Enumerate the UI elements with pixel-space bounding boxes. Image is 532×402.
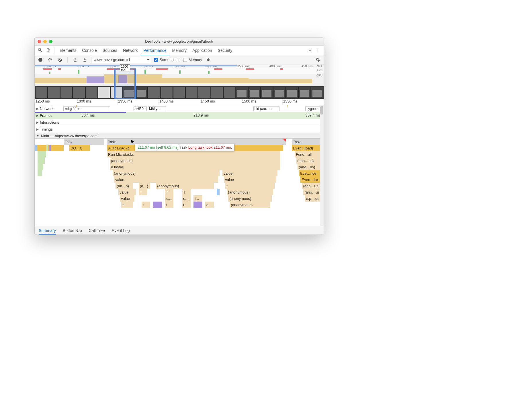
footer-event-log[interactable]: Event Log xyxy=(112,226,130,235)
settings-icon[interactable] xyxy=(314,56,321,63)
tab-console[interactable]: Console xyxy=(79,46,99,55)
flame-anonymous[interactable]: (anonymous) xyxy=(113,170,220,176)
flame-block[interactable]: t xyxy=(142,202,150,208)
selection-handle-left[interactable] xyxy=(114,68,116,99)
flame-anonymous[interactable]: (anonymous) xyxy=(156,183,214,189)
flame-anonymous[interactable]: (ano…us) xyxy=(302,183,321,189)
flame-anonymous[interactable]: (anonymous) xyxy=(228,195,271,202)
svg-rect-0 xyxy=(39,49,41,51)
timings-lane[interactable]: ▶Timings xyxy=(35,126,324,133)
timeline-lanes[interactable]: ▶Network xel.gif (px… aHR0c M6Ly… bid (a… xyxy=(35,105,324,226)
screenshots-toggle[interactable]: Screenshots xyxy=(154,58,180,62)
flame-anonymous[interactable]: (ano…us) xyxy=(303,189,320,195)
flame-value[interactable]: value xyxy=(114,176,218,183)
flame-block[interactable]: (an…s) xyxy=(116,183,133,189)
flame-value[interactable]: value xyxy=(222,170,277,176)
flame-chart[interactable]: Task Task Task DO…C XHR Load (c Event (l… xyxy=(35,139,324,210)
tab-performance[interactable]: Performance xyxy=(140,46,169,55)
trash-icon[interactable] xyxy=(205,56,212,63)
inspect-icon[interactable] xyxy=(37,47,44,54)
overflow-icon[interactable]: » xyxy=(306,47,313,54)
flame-block[interactable]: s… xyxy=(182,195,191,202)
flame-block[interactable]: t xyxy=(225,183,274,189)
flame-event[interactable]: Even…ire xyxy=(300,176,321,183)
vertical-scrollbar[interactable] xyxy=(320,105,324,226)
overview-selection[interactable]: 1500 ms xyxy=(114,68,136,99)
overview-selection-label: 1500 ms xyxy=(120,64,130,72)
network-item[interactable]: M6Ly… xyxy=(148,107,166,111)
main-thread-header[interactable]: ▼ Main — https://www.theverge.com/ xyxy=(35,133,324,139)
flame-anonymous[interactable]: (anonymous) xyxy=(230,202,270,208)
tab-application[interactable]: Application xyxy=(189,46,215,55)
flame-block[interactable]: i… xyxy=(193,195,202,202)
network-item[interactable]: xel.gif (px… xyxy=(63,107,110,111)
disclose-icon[interactable]: ▶ xyxy=(36,107,39,110)
disclose-icon[interactable]: ▼ xyxy=(36,134,39,137)
frame-value: 36.4 ms xyxy=(82,113,95,117)
network-lane[interactable]: ▶Network xel.gif (px… aHR0c M6Ly… bid (a… xyxy=(35,105,324,112)
frames-lane-label: Frames xyxy=(40,113,52,118)
main-thread-label: Main — https://www.theverge.com/ xyxy=(41,134,99,138)
svg-rect-1 xyxy=(47,49,49,52)
overview-cpu-lane: CPU xyxy=(35,74,324,83)
flame-value[interactable]: value xyxy=(118,189,136,195)
overview-minimap[interactable]: 500 ms 1000 ms 1500 ms 2000 ms 2500 ms 3… xyxy=(35,64,324,99)
tab-security[interactable]: Security xyxy=(215,46,235,55)
network-item[interactable]: aHR0c xyxy=(134,107,146,111)
flame-block[interactable]: T xyxy=(165,189,173,195)
upload-icon[interactable] xyxy=(72,56,79,63)
flame-event-load[interactable]: Event (load) xyxy=(292,145,324,151)
tab-network[interactable]: Network xyxy=(120,46,140,55)
task-block[interactable]: Task xyxy=(292,139,324,145)
window-title: DevTools - www.google.com/gmail/about/ xyxy=(35,39,324,44)
kebab-menu-icon[interactable]: ⋮ xyxy=(314,47,321,54)
flame-value[interactable]: value xyxy=(120,195,134,202)
timings-lane-label: Timings xyxy=(40,127,53,131)
details-tabs: Summary Bottom-Up Call Tree Event Log xyxy=(35,226,324,234)
flame-anonymous[interactable]: (anonymous) xyxy=(227,189,273,195)
flame-anonymous[interactable]: (ano…us) xyxy=(296,157,321,164)
footer-summary[interactable]: Summary xyxy=(39,226,56,235)
flame-domcontentloaded[interactable]: DO…C xyxy=(69,145,90,151)
frame-value: 357.4 ms xyxy=(305,113,320,117)
flame-block[interactable]: t xyxy=(182,202,191,208)
flame-install[interactable]: e.install xyxy=(110,164,280,170)
flame-funcall[interactable]: Func…all xyxy=(295,151,321,157)
disclose-icon[interactable]: ▶ xyxy=(36,114,39,117)
device-icon[interactable] xyxy=(45,47,52,54)
flame-block[interactable]: T xyxy=(182,189,191,195)
selection-handle-right[interactable] xyxy=(134,68,136,99)
flame-block[interactable]: t xyxy=(165,202,173,208)
download-icon[interactable] xyxy=(81,56,88,63)
flame-block[interactable]: (a…) xyxy=(139,183,150,189)
footer-bottom-up[interactable]: Bottom-Up xyxy=(63,226,82,235)
tab-sources[interactable]: Sources xyxy=(100,46,120,55)
flame-block[interactable]: e xyxy=(121,202,133,208)
tab-elements[interactable]: Elements xyxy=(57,46,79,55)
tab-memory[interactable]: Memory xyxy=(169,46,190,55)
flame-anonymous[interactable]: (anonymous) xyxy=(110,157,280,164)
flame-block[interactable]: T xyxy=(139,189,147,195)
separator xyxy=(54,48,54,53)
interactions-lane[interactable]: ▶Interactions xyxy=(35,119,324,126)
flame-block[interactable]: e.p…ss xyxy=(305,195,320,202)
flame-anonymous[interactable]: (ano…us) xyxy=(298,164,321,170)
reload-button[interactable] xyxy=(47,56,54,63)
flame-event[interactable]: Eve…nce xyxy=(299,170,321,176)
flame-microtasks[interactable]: Run Microtasks xyxy=(107,151,280,157)
disclose-icon[interactable]: ▶ xyxy=(36,121,39,124)
flame-block[interactable]: e xyxy=(205,202,214,208)
overview-fps-lane: FPS xyxy=(35,68,324,74)
footer-call-tree[interactable]: Call Tree xyxy=(89,226,105,235)
panel-tabs: Elements Console Sources Network Perform… xyxy=(35,46,324,55)
profile-select[interactable]: www.theverge.com #1 xyxy=(91,57,151,63)
network-item[interactable]: bid (aax.an xyxy=(253,107,279,111)
flame-block[interactable]: s… xyxy=(165,195,173,202)
task-block[interactable]: Task xyxy=(64,139,104,145)
flame-value[interactable]: value xyxy=(224,176,276,183)
record-button[interactable] xyxy=(37,56,44,63)
clear-button[interactable] xyxy=(56,56,63,63)
memory-toggle[interactable]: Memory xyxy=(183,58,202,62)
frames-lane[interactable]: ▶Frames 36.4 ms 218.9 ms 357.4 ms xyxy=(35,112,324,119)
disclose-icon[interactable]: ▶ xyxy=(36,128,39,131)
